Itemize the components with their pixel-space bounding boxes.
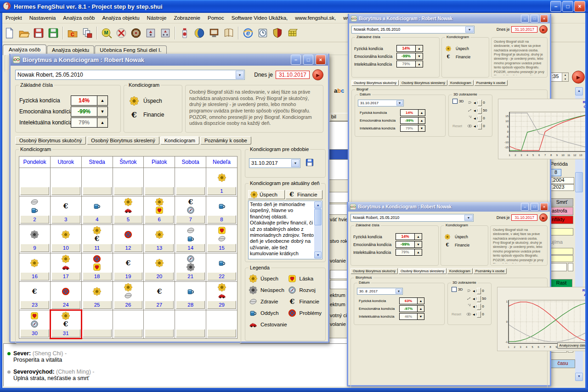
dialog-tab[interactable]: Poznámky k osobe xyxy=(474,80,508,86)
condition-trend-arrow[interactable]: ▲ xyxy=(418,305,424,312)
calendar-day-cell[interactable] xyxy=(81,310,113,339)
slider-left-arrow[interactable]: ◀ xyxy=(474,109,476,112)
scrollbar-thumb[interactable] xyxy=(314,209,322,225)
minimize-button[interactable]: – xyxy=(550,1,561,12)
reset-label[interactable]: Reset xyxy=(452,312,464,316)
dialog-tab[interactable]: Poznámky k osobe xyxy=(200,136,251,145)
person-combobox[interactable]: Nowak Robert, 25.05.2010▼ xyxy=(351,26,475,34)
scrollbar[interactable]: ▲▼ xyxy=(314,202,322,258)
condition-trend-arrow[interactable]: ▲ xyxy=(418,297,424,304)
toolbar-button-luopan-compass[interactable] xyxy=(129,26,143,40)
condition-trend-arrow[interactable]: ▲ xyxy=(418,109,425,116)
condition-trend-arrow[interactable]: ▲ xyxy=(415,233,422,240)
slider-left-arrow[interactable]: ◀ xyxy=(473,313,475,316)
date-combobox[interactable]: 31.10.2017▼ xyxy=(358,100,404,106)
calendar-day-cell[interactable]: 14 xyxy=(175,225,206,253)
scroll-up-icon[interactable]: ▲ xyxy=(575,87,583,95)
calendar-day-cell[interactable]: 4 xyxy=(81,196,113,225)
toolbar-button-globe-yin-yang[interactable] xyxy=(192,26,207,40)
calendar-day-cell[interactable]: 26 xyxy=(113,282,144,310)
3d-checkbox[interactable]: 3D xyxy=(452,99,464,104)
toolbar-button-shield[interactable] xyxy=(270,26,285,40)
calendar-day-cell[interactable]: 13 xyxy=(144,225,175,253)
maximize-button[interactable]: □ xyxy=(531,203,538,211)
condition-trend-arrow[interactable]: ▲ xyxy=(97,95,108,106)
toolbar-button-internet-explorer[interactable]: e xyxy=(241,26,255,40)
time-spinner[interactable]: :35▲▼ xyxy=(550,73,569,82)
3d-checkbox[interactable]: 3D xyxy=(452,287,464,292)
calendar-day-cell[interactable]: 25 xyxy=(81,282,113,310)
toolbar-button-delete[interactable] xyxy=(114,26,129,40)
calendar-day-cell[interactable] xyxy=(50,168,81,196)
slider-left-arrow[interactable]: ◀ xyxy=(474,124,476,128)
calendar-day-cell[interactable]: 2 xyxy=(19,196,51,225)
toolbar-button-clock-document[interactable] xyxy=(255,26,270,40)
calendar-day-cell[interactable]: 18 xyxy=(81,253,113,282)
calendar-day-cell[interactable]: 22 xyxy=(206,253,237,282)
slider-thumb[interactable] xyxy=(477,303,481,310)
slider-track[interactable] xyxy=(477,125,478,127)
date-combobox[interactable]: 30. 8 .2017▼ xyxy=(357,288,403,295)
dialog-tab[interactable]: Osobný Biorytmus skreslený xyxy=(398,268,447,274)
calendar-day-cell[interactable]: 21 xyxy=(175,253,206,282)
go-to-today-button[interactable]: ▶ xyxy=(312,69,323,80)
calendar-day-cell[interactable]: €7 xyxy=(175,196,206,225)
calendar-day-cell[interactable]: €31 xyxy=(50,310,81,339)
toolbar-button-monitor[interactable] xyxy=(207,26,221,40)
dialog-tab[interactable]: Kondiciogram xyxy=(447,268,473,274)
scroll-down-icon[interactable]: ▼ xyxy=(575,373,583,381)
calendar-day-cell[interactable]: 10 xyxy=(50,225,81,253)
menu-item[interactable]: Projekt xyxy=(2,14,26,22)
person-combobox[interactable]: Nowak Robert, 25.05.2010▼ xyxy=(351,214,474,222)
calendar-day-cell[interactable]: 1 xyxy=(206,168,237,196)
toolbar-button-feng-shui-bottle[interactable] xyxy=(177,26,192,40)
calendar-day-cell[interactable]: 6 xyxy=(144,196,175,225)
calendar-day-cell[interactable] xyxy=(113,310,144,339)
toolbar-button-measure[interactable]: M xyxy=(99,26,114,40)
calendar-day-cell[interactable]: 29 xyxy=(206,282,237,310)
calendar-day-cell[interactable]: 28 xyxy=(175,282,206,310)
dialog-tab[interactable]: Poznámky k osobe xyxy=(473,268,507,274)
chevron-down-icon[interactable]: ▼ xyxy=(396,101,403,106)
toolbar-button-folder-c[interactable]: C xyxy=(65,26,80,40)
toolbar-button-flying-stars[interactable] xyxy=(143,26,158,40)
calendar-day-cell[interactable]: €19 xyxy=(113,253,144,282)
dialog-tab[interactable]: Osobný Biorytmus skutočný xyxy=(351,268,398,274)
close-button[interactable]: × xyxy=(574,1,585,12)
calendar-day-cell[interactable]: 8 xyxy=(206,196,237,225)
go-to-today-button[interactable]: ▶ xyxy=(539,213,548,222)
dialog-tab[interactable]: Osobný Biorytmus skutočný xyxy=(351,80,399,86)
calendar-day-cell[interactable]: 17 xyxy=(50,253,81,282)
slider-track[interactable] xyxy=(476,297,477,300)
slider-track[interactable] xyxy=(477,101,478,104)
dialog-tab[interactable]: Osobný Biorytmus skreslený xyxy=(87,136,159,145)
menu-item[interactable]: Analýza osôb xyxy=(59,14,98,22)
slider-track[interactable] xyxy=(476,290,477,292)
calendar-day-cell[interactable]: 15 xyxy=(206,225,237,253)
chevron-down-icon[interactable]: ▼ xyxy=(291,159,300,167)
scroll-up-icon[interactable]: ▲ xyxy=(314,202,322,208)
condition-trend-arrow[interactable]: ▼ xyxy=(97,106,108,117)
calendar-day-cell[interactable] xyxy=(81,168,113,196)
condition-trend-arrow[interactable]: ▼ xyxy=(415,241,422,248)
dialog-minimize-button[interactable]: – xyxy=(291,55,301,65)
slider-left-arrow[interactable]: ◀ xyxy=(473,297,475,300)
toolbar-button-copy-pages[interactable] xyxy=(80,26,95,40)
minimize-button[interactable]: – xyxy=(521,15,529,22)
condition-trend-arrow[interactable]: ▲ xyxy=(416,45,423,52)
menu-item[interactable]: Zobrazenie xyxy=(170,14,204,22)
dialog-tab[interactable]: Osobný Biorytmus skutočný xyxy=(15,136,86,145)
calendar-day-cell[interactable]: €27 xyxy=(144,282,175,310)
slider-left-arrow[interactable]: ◀ xyxy=(474,117,476,120)
calendar-day-cell[interactable]: 5 xyxy=(113,196,144,225)
slider-left-arrow[interactable]: ◀ xyxy=(473,305,475,308)
chevron-down-icon[interactable]: ▼ xyxy=(396,289,402,294)
save-period-button[interactable] xyxy=(305,158,314,168)
calendar-day-cell[interactable]: 16 xyxy=(19,253,51,282)
calendar-day-cell[interactable]: €23 xyxy=(19,282,51,310)
slider-thumb[interactable] xyxy=(478,123,482,129)
maximize-button[interactable]: □ xyxy=(531,15,538,22)
period-combobox[interactable]: 31.10.2017▼ xyxy=(249,158,300,168)
slider-thumb[interactable] xyxy=(477,296,481,302)
chevron-down-icon[interactable]: ▼ xyxy=(465,27,474,33)
